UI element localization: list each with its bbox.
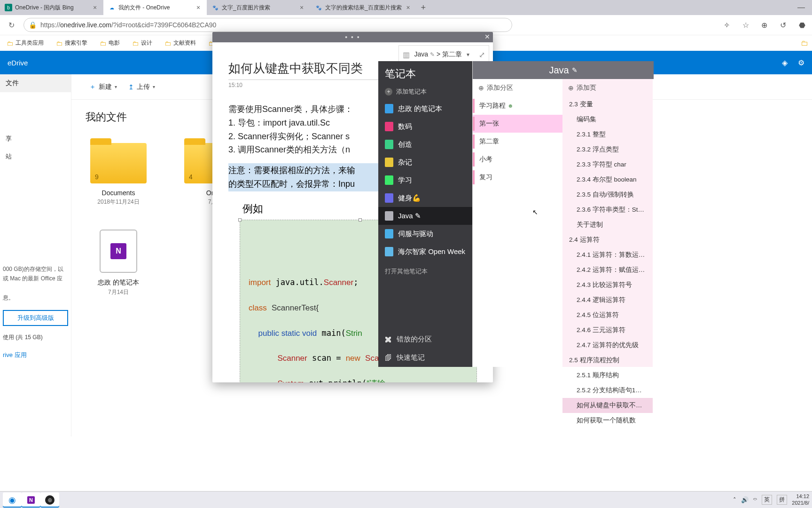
volume-icon[interactable]: 🔊: [741, 496, 749, 503]
url-domain: onedrive.live.com: [60, 21, 111, 29]
bookmark-folder[interactable]: 🗀搜索引擎: [53, 38, 90, 48]
bookmark-folder[interactable]: 🗀工具类应用: [4, 38, 47, 48]
bookmark-folder[interactable]: 🗀设计: [129, 38, 155, 48]
tab-baidu-image-1[interactable]: 🐾 文字_百度图片搜索 ×: [207, 0, 310, 15]
notebook-item[interactable]: 学习: [378, 171, 472, 189]
page-item[interactable]: 2.4.3 比较运算符号: [562, 278, 653, 293]
add-notebook-button[interactable]: +添加笔记本: [378, 84, 472, 100]
settings-icon[interactable]: ⚙: [798, 58, 804, 67]
tab-title: 我的文件 - OneDrive: [118, 4, 192, 12]
section-item[interactable]: 学习路程: [473, 97, 562, 115]
collections-icon[interactable]: ⊕: [761, 21, 771, 30]
notebook-item[interactable]: Java ✎: [378, 207, 472, 225]
premium-icon[interactable]: ◈: [782, 58, 788, 67]
ime-language[interactable]: 英: [762, 495, 772, 505]
upload-button[interactable]: ↥上传▾: [128, 83, 155, 91]
page-item[interactable]: 2.5.2 分支结构语句1：if-else: [562, 383, 653, 398]
page-item[interactable]: 2.3.2 浮点类型: [562, 142, 653, 157]
pages-panel: ⊕添加页 2.3 变量编码集2.3.1 整型2.3.2 浮点类型2.3.3 字符…: [562, 79, 653, 367]
page-item[interactable]: 如何从键盘中获取不同类型的: [562, 398, 653, 413]
notebook-file-item[interactable]: N 忠政 的笔记本 7月14日: [86, 230, 151, 296]
ime-mode[interactable]: 拼: [777, 495, 787, 505]
close-icon[interactable]: ✕: [484, 33, 490, 40]
folder-item[interactable]: 9 Documents 2018年11月24日: [86, 143, 151, 206]
page-item[interactable]: 关于进制: [562, 217, 653, 232]
upgrade-button[interactable]: 升级到高级版: [3, 310, 68, 326]
tray-chevron-icon[interactable]: ˄: [733, 496, 736, 503]
page-item[interactable]: 2.3.6 字符串类型：String: [562, 202, 653, 217]
page-item[interactable]: 2.3.4 布尔型 boolean: [562, 172, 653, 187]
extensions-icon[interactable]: ⬣: [799, 21, 808, 30]
page-item[interactable]: 2.4.5 位运算符: [562, 308, 653, 323]
notebook-item[interactable]: 创造: [378, 135, 472, 153]
section-item[interactable]: 小考: [473, 151, 562, 168]
sidebar-recycle[interactable]: 站: [0, 148, 71, 166]
open-other-notebooks[interactable]: 打开其他笔记本: [378, 261, 472, 282]
taskbar-app-obs[interactable]: ◎: [40, 492, 59, 508]
expand-icon[interactable]: ⤢: [479, 50, 485, 59]
notebook-item[interactable]: 数码: [378, 118, 472, 135]
tab-baidu-image-2[interactable]: 🐾 文字的搜索结果_百度图片搜索 ×: [310, 0, 417, 15]
section-item[interactable]: 第二章: [473, 133, 562, 151]
notebook-item[interactable]: 忠政 的笔记本: [378, 100, 472, 118]
page-item[interactable]: 2.3.5 自动/强制转换: [562, 187, 653, 202]
bookmark-folder[interactable]: 🗀电影: [97, 38, 123, 48]
notebook-item[interactable]: 杂记: [378, 153, 472, 171]
selection-handle[interactable]: [359, 218, 362, 222]
page-item[interactable]: 如何获取一个随机数: [562, 413, 653, 428]
page-item[interactable]: 2.3 变量: [562, 97, 653, 112]
drag-handle-icon[interactable]: • • •: [345, 33, 360, 41]
page-item[interactable]: 2.4.7 运算符的优先级: [562, 338, 653, 353]
reload-button[interactable]: ↻: [4, 17, 19, 32]
edit-icon[interactable]: ✎: [572, 66, 578, 74]
file-date: 2018年11月24日: [97, 198, 139, 206]
page-item[interactable]: 2.4.1 运算符：算数运算符: [562, 247, 653, 262]
new-button[interactable]: ＋新建▾: [89, 83, 117, 91]
notebook-item[interactable]: 海尔智家 Open Week: [378, 243, 472, 261]
page-item[interactable]: 2.5 程序流程控制: [562, 353, 653, 368]
quick-notes[interactable]: 🗐快速笔记: [378, 349, 472, 367]
page-item[interactable]: 2.4.4 逻辑运算符: [562, 293, 653, 308]
app-link[interactable]: rive 应用: [0, 346, 71, 364]
tab-onedrive[interactable]: ☁ 我的文件 - OneDrive ×: [103, 0, 207, 15]
add-page-button[interactable]: ⊕添加页: [562, 79, 653, 97]
tab-bing[interactable]: b OneDrive - 国内版 Bing ×: [0, 0, 103, 15]
favorite-icon[interactable]: ☆: [742, 21, 752, 30]
page-item[interactable]: 2.4.6 三元运算符: [562, 323, 653, 338]
onenote-titlebar[interactable]: • • • ✕: [212, 32, 493, 42]
history-icon[interactable]: ↺: [780, 21, 789, 30]
chevron-down-icon[interactable]: ▾: [467, 51, 469, 58]
url-input[interactable]: 🔒 https://onedrive.live.com/?id=root&cid…: [23, 18, 512, 32]
misplaced-sections[interactable]: 🞮错放的分区: [378, 330, 472, 349]
page-item[interactable]: 2.5.1 顺序结构: [562, 368, 653, 383]
taskbar-app-onenote[interactable]: N: [22, 492, 40, 508]
page-item[interactable]: 2.4.2 运算符：赋值运算符: [562, 262, 653, 278]
page-item[interactable]: 编码集: [562, 112, 653, 127]
section-book-name: Java: [549, 65, 569, 76]
bookmark-folder[interactable]: 🗀文献资料: [162, 38, 199, 48]
more-bookmarks-icon[interactable]: 🗀: [801, 39, 808, 48]
minimize-button[interactable]: —: [790, 0, 812, 15]
page-item[interactable]: 2.3.1 整型: [562, 127, 653, 142]
new-tab-button[interactable]: +: [417, 3, 430, 13]
notebook-item[interactable]: 健身💪: [378, 189, 472, 207]
page-item[interactable]: 2.3.3 字符型 char: [562, 157, 653, 172]
tracking-icon[interactable]: ✧: [724, 21, 733, 30]
selection-handle[interactable]: [238, 218, 242, 222]
wifi-icon[interactable]: ⌔: [753, 496, 757, 503]
page-item[interactable]: 2.4 运算符: [562, 232, 653, 247]
clock[interactable]: 14:12 2021/8/: [792, 493, 809, 506]
section-item[interactable]: 复习: [473, 168, 562, 186]
close-icon[interactable]: ×: [298, 4, 305, 11]
tab-title: 文字的搜索结果_百度图片搜索: [325, 4, 402, 12]
taskbar-app-edge[interactable]: ◉: [3, 492, 22, 508]
close-icon[interactable]: ×: [195, 4, 202, 11]
close-icon[interactable]: ×: [91, 4, 99, 11]
sidebar-share[interactable]: 享: [0, 130, 71, 148]
notebook-name: 伺服与驱动: [398, 230, 433, 238]
add-section-button[interactable]: ⊕添加分区: [473, 79, 562, 97]
notebook-item[interactable]: 伺服与驱动: [378, 225, 472, 243]
close-icon[interactable]: ×: [405, 4, 412, 11]
section-item[interactable]: 第一张: [473, 115, 562, 133]
sidebar-files[interactable]: 文件: [0, 74, 71, 92]
